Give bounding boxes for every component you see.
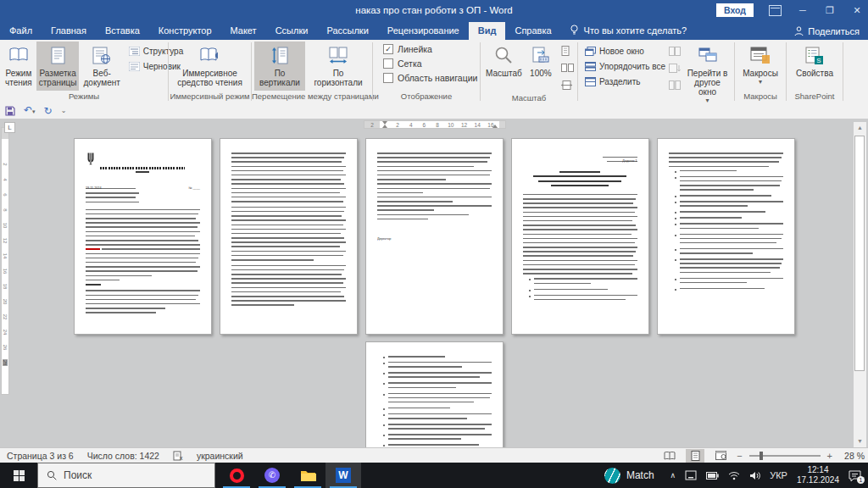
checkbox-ruler[interactable]: ✓Линейка (383, 42, 478, 56)
web-layout-view-button[interactable] (711, 449, 730, 463)
read-mode-button[interactable]: Режим чтения (3, 42, 35, 91)
tab-layout[interactable]: Макет (221, 22, 266, 40)
action-center-icon[interactable]: 1 (849, 470, 861, 481)
switch-windows-button[interactable]: Перейти в другое окно ▾ (683, 42, 732, 104)
list-item (669, 258, 783, 276)
share-button[interactable]: Поделиться (794, 26, 860, 36)
web-layout-button[interactable]: Веб-документ (81, 42, 122, 91)
text-line (231, 215, 342, 217)
tell-me-box[interactable]: Что вы хотите сделать? (561, 25, 696, 40)
print-layout-view-button[interactable] (686, 449, 704, 463)
hanging-indent-marker[interactable] (382, 125, 387, 128)
word-count[interactable]: Число слов: 1422 (87, 451, 159, 461)
vertical-scrollbar[interactable]: ▲ ▼ (854, 122, 866, 447)
tab-stop-selector[interactable]: L (4, 122, 15, 133)
zoom-in-button[interactable]: + (827, 451, 832, 461)
print-layout-button[interactable]: Разметка страницы (36, 42, 80, 91)
taskbar-app-explorer[interactable] (290, 463, 326, 488)
tab-file[interactable]: Файл (0, 22, 42, 40)
text-line (388, 444, 479, 446)
tab-review[interactable]: Рецензирование (378, 22, 469, 40)
scroll-down-icon[interactable]: ▼ (854, 435, 866, 447)
tablet-mode-icon[interactable] (685, 470, 697, 480)
new-window-button[interactable]: Новое окно (583, 43, 667, 58)
vertical-movement-button[interactable]: По вертикали (254, 42, 305, 91)
page-indicator[interactable]: Страница 3 из 6 (7, 451, 74, 461)
page-content (658, 139, 794, 292)
restore-button[interactable]: ❐ (824, 5, 836, 16)
zoom-percentage[interactable]: 28 % (839, 451, 865, 461)
text-line (680, 258, 783, 260)
tab-mailings[interactable]: Рассылки (317, 22, 377, 40)
text-line (86, 222, 200, 224)
tab-home[interactable]: Главная (42, 22, 96, 40)
tab-insert[interactable]: Вставка (96, 22, 149, 40)
sign-in-button[interactable]: Вход (716, 3, 754, 17)
properties-button[interactable]: S Свойства (789, 42, 840, 91)
right-indent-marker[interactable] (492, 125, 498, 128)
tab-help[interactable]: Справка (505, 22, 560, 40)
taskbar-search-box[interactable]: Поиск (37, 463, 215, 488)
redo-icon[interactable]: ↻ (44, 106, 53, 116)
opera-icon (230, 469, 244, 483)
zoom-slider-thumb[interactable] (760, 452, 763, 460)
scroll-up-icon[interactable]: ▲ (854, 122, 866, 134)
macros-button[interactable]: Макросы ▾ (737, 42, 783, 91)
document-page-4[interactable]: Додаток 1 (511, 138, 649, 335)
checkbox-gridlines[interactable]: Сетка (383, 56, 478, 70)
text-line (231, 300, 346, 302)
zoom-button[interactable]: Масштаб (483, 42, 525, 92)
checkbox-navigation-pane[interactable]: Область навигации (383, 70, 478, 85)
horizontal-ruler[interactable]: 2 246810121416 (364, 120, 506, 129)
zoom-100-button[interactable]: 100% (526, 42, 555, 92)
wifi-icon[interactable] (728, 471, 740, 480)
zoom-out-button[interactable]: − (737, 451, 742, 461)
tab-references[interactable]: Ссылки (266, 22, 318, 40)
document-page-5[interactable] (657, 138, 795, 335)
bullet-dot (383, 363, 385, 364)
vertical-movement-label: По вертикали (257, 69, 303, 87)
tab-design[interactable]: Конструктор (149, 22, 221, 40)
quick-access-toolbar: ↶▾ ↻ ⌄ (0, 103, 868, 119)
minimize-button[interactable]: ─ (797, 5, 809, 15)
save-icon[interactable] (5, 106, 15, 116)
customize-qat-icon[interactable]: ⌄ (61, 106, 67, 116)
close-button[interactable]: ✕ (851, 5, 863, 16)
taskbar-app-word[interactable]: W (326, 463, 361, 488)
document-canvas[interactable]: 2 246810121416 246810121416182022242628 … (0, 119, 868, 447)
list-item-lines (388, 424, 492, 432)
start-button[interactable] (0, 463, 37, 488)
tray-chevron-up-icon[interactable]: ∧ (670, 471, 676, 480)
taskbar-app-opera[interactable] (219, 463, 254, 488)
horizontal-movement-button[interactable]: По горизонтали (307, 42, 370, 91)
multiple-pages-icon[interactable] (559, 60, 576, 75)
ribbon-display-options-icon[interactable] (769, 5, 782, 16)
checkbox-box-icon (383, 73, 393, 83)
one-page-icon[interactable] (559, 43, 576, 58)
undo-icon[interactable]: ↶▾ (24, 105, 36, 117)
taskbar-app-match[interactable]: Match (604, 468, 654, 484)
document-page-6[interactable] (365, 341, 504, 447)
split-button[interactable]: Разделить (583, 74, 667, 89)
language-indicator[interactable]: украинский (197, 451, 243, 461)
document-page-2[interactable] (220, 138, 358, 335)
taskbar-clock[interactable]: 12:14 17.12.2024 (797, 465, 839, 485)
page-width-icon[interactable] (559, 77, 576, 92)
list-item-lines (388, 372, 492, 380)
text-line (231, 265, 346, 267)
document-page-1[interactable]: 19.11.2024№ ____ (74, 138, 212, 335)
document-page-3[interactable]: Директор (365, 138, 504, 335)
language-switcher[interactable]: УКР (770, 470, 787, 480)
volume-icon[interactable] (749, 471, 760, 480)
battery-icon[interactable] (706, 472, 719, 480)
tab-view[interactable]: Вид (469, 22, 506, 40)
immersive-reader-button[interactable]: Иммерсивное средство чтения (171, 42, 248, 91)
word-window: наказ про стан роботи з ОП - Word Вход ─… (0, 0, 868, 488)
page-content: Додаток 1 (512, 139, 648, 303)
taskbar-app-viber[interactable]: ✆ (254, 463, 290, 488)
zoom-slider[interactable] (749, 455, 821, 457)
read-mode-view-button[interactable] (660, 449, 679, 463)
proofing-icon[interactable]: x (173, 451, 183, 461)
scrollbar-thumb[interactable] (854, 136, 865, 371)
arrange-all-button[interactable]: Упорядочить все (583, 58, 667, 74)
